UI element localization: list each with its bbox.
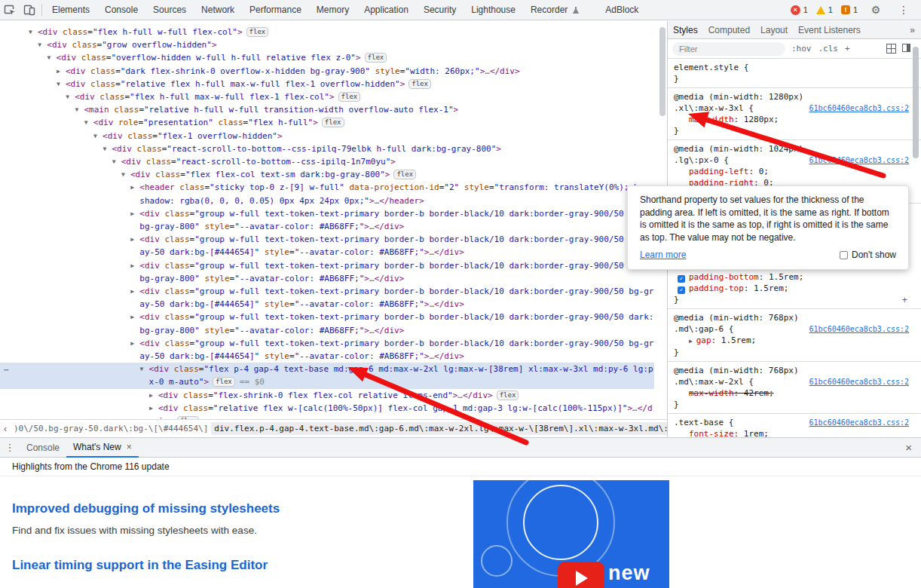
article-title[interactable]: Linear timing support in the Easing Edit… bbox=[12, 558, 449, 573]
dom-tree-row[interactable]: ▼<main class="relative h-full w-full tra… bbox=[0, 103, 654, 116]
dom-tree-row[interactable]: ▶<div class="group w-full text-token-tex… bbox=[0, 259, 654, 285]
dom-tree-row[interactable]: ▼<div class="flex flex-col text-sm dark:… bbox=[0, 168, 654, 181]
collapse-arrow-icon[interactable]: ▼ bbox=[66, 90, 75, 103]
styles-scrollbar[interactable] bbox=[913, 47, 919, 158]
stylesheet-link[interactable]: 61bc60460eca8cb3.css:2 bbox=[809, 323, 909, 335]
error-badge[interactable]: 1 bbox=[791, 5, 808, 15]
css-declaration[interactable]: padding-top: 1.5rem; bbox=[674, 283, 921, 294]
collapse-arrow-icon[interactable]: ▼ bbox=[140, 363, 149, 375]
flex-badge[interactable]: flex bbox=[246, 27, 269, 37]
css-declaration[interactable]: padding-left: 0; bbox=[674, 166, 921, 177]
drawer-tab-what-s-new[interactable]: What's New× bbox=[66, 438, 139, 458]
collapse-arrow-icon[interactable]: ▼ bbox=[57, 78, 66, 90]
flex-badge[interactable]: flex bbox=[393, 170, 416, 179]
devtools-tab-network[interactable]: Network bbox=[194, 0, 242, 20]
dom-tree-row[interactable]: ▶<div class="group w-full text-token-tex… bbox=[0, 233, 654, 259]
property-checkbox-checked[interactable] bbox=[678, 275, 685, 283]
stylesheet-link[interactable]: 61bc60460eca8cb3.css:2 bbox=[809, 376, 909, 387]
dom-tree-row[interactable]: ▼<div class="overflow-hidden w-full h-fu… bbox=[0, 51, 654, 64]
issues-badge[interactable]: 1 bbox=[841, 5, 858, 14]
collapse-arrow-icon[interactable]: ▼ bbox=[121, 168, 130, 181]
video-thumbnail[interactable]: new bbox=[473, 480, 669, 588]
stylesheet-link[interactable]: 61bc60460eca8cb3.css:2 bbox=[809, 417, 909, 428]
elements-scrollbar[interactable] bbox=[659, 27, 666, 116]
device-toolbar-icon[interactable] bbox=[20, 0, 39, 20]
new-property-plus-icon[interactable]: + bbox=[901, 294, 907, 305]
learn-more-link[interactable]: Learn more bbox=[640, 249, 686, 262]
dom-tree-row[interactable]: ▼<div class="relative flex h-full max-w-… bbox=[0, 78, 654, 90]
settings-gear-icon[interactable]: ⚙ bbox=[866, 0, 886, 20]
flex-badge[interactable]: flex bbox=[213, 377, 235, 387]
flex-badge[interactable]: flex bbox=[365, 53, 387, 63]
css-declaration[interactable]: padding-bottom: 1.5rem; bbox=[674, 271, 921, 283]
grid-overlay-icon[interactable] bbox=[886, 44, 896, 54]
dom-tree-row[interactable]: ▼<div role="presentation" class="flex h-… bbox=[0, 116, 654, 129]
drawer-menu-icon[interactable]: ⋮ bbox=[0, 442, 20, 453]
devtools-tab-lighthouse[interactable]: Lighthouse bbox=[464, 0, 523, 20]
dom-tree-row[interactable]: ▼<div class="flex h-full max-w-full flex… bbox=[0, 90, 654, 103]
dom-tree-row[interactable]: ▶<div class="flex-shrink-0 flex flex-col… bbox=[0, 389, 654, 402]
dom-tree-row[interactable]: ▶<div class="relative flex w-[calc(100%-… bbox=[0, 402, 654, 419]
article-title[interactable]: Improved debugging of missing stylesheet… bbox=[12, 501, 449, 516]
dom-tree-row[interactable]: ▶<header class="sticky top-0 z-[9] w-ful… bbox=[0, 181, 654, 207]
collapse-arrow-icon[interactable]: ▼ bbox=[75, 103, 84, 116]
property-checkbox-checked[interactable] bbox=[678, 286, 685, 294]
collapse-arrow-icon[interactable]: ▼ bbox=[112, 155, 121, 168]
devtools-tab-adblock[interactable]: AdBlock bbox=[598, 0, 646, 20]
sidebar-tab-styles[interactable]: Styles bbox=[668, 25, 703, 35]
dom-tree-row[interactable]: ▶<div class="group w-full text-token-tex… bbox=[0, 311, 654, 336]
devtools-tab-security[interactable]: Security bbox=[416, 0, 464, 20]
ellipsis-expand[interactable]: … bbox=[632, 403, 638, 413]
expand-arrow-icon[interactable]: ▶ bbox=[57, 65, 66, 78]
computed-panel-icon[interactable] bbox=[902, 44, 910, 52]
collapse-arrow-icon[interactable]: ▼ bbox=[47, 51, 57, 64]
expand-arrow-icon[interactable]: ▶ bbox=[130, 311, 139, 323]
dom-tree-row[interactable]: ▼<div class="flex-1 overflow-hidden"> bbox=[0, 130, 654, 142]
collapse-arrow-icon[interactable]: ▼ bbox=[29, 26, 38, 38]
ellipsis-expand[interactable]: … bbox=[457, 390, 463, 400]
dom-tree-row[interactable]: ▶<div class="group w-full text-token-tex… bbox=[0, 285, 654, 311]
dont-show-checkbox[interactable] bbox=[840, 251, 848, 259]
devtools-tab-console[interactable]: Console bbox=[97, 0, 145, 20]
expand-arrow-icon[interactable]: ▶ bbox=[149, 389, 158, 402]
sidebar-tab-layout[interactable]: Layout bbox=[755, 25, 793, 35]
css-declaration[interactable]: max-width: 1280px; bbox=[674, 114, 921, 125]
styles-button-cls[interactable]: .cls bbox=[818, 44, 839, 54]
ellipsis-expand[interactable]: … bbox=[485, 66, 490, 76]
dom-tree-row[interactable]: ▼<div class="flex p-4 gap-4 text-base md… bbox=[0, 363, 654, 388]
sidebar-tab-event-listeners[interactable]: Event Listeners bbox=[793, 25, 866, 35]
collapse-arrow-icon[interactable]: ▼ bbox=[38, 38, 47, 51]
styles-button-hov[interactable]: :hov bbox=[791, 44, 812, 54]
drawer-close-icon[interactable]: × bbox=[905, 441, 912, 454]
devtools-tab-sources[interactable]: Sources bbox=[145, 0, 194, 20]
dom-tree-row[interactable]: ▶<div class="group w-full text-token-tex… bbox=[0, 337, 654, 363]
flex-badge[interactable]: flex bbox=[497, 390, 519, 400]
css-declaration[interactable]: ▶ gap: 1.5rem; bbox=[674, 335, 921, 347]
devtools-tab-recorder[interactable]: Recorder bbox=[523, 0, 587, 20]
expand-arrow-icon[interactable]: ▶ bbox=[130, 181, 139, 194]
expand-arrow-icon[interactable]: ▶ bbox=[130, 337, 139, 350]
stylesheet-link[interactable]: 61bc60460eca8cb3.css:2 bbox=[809, 103, 909, 114]
ellipsis-expand[interactable]: … bbox=[369, 326, 375, 335]
breadcrumb-item[interactable]: )0\/50.bg-gray-50.dark\:bg-\[\#444654\] bbox=[11, 422, 211, 435]
devtools-tab-memory[interactable]: Memory bbox=[309, 0, 356, 20]
dom-tree-row[interactable]: ▼<div class="react-scroll-to-bottom--css… bbox=[0, 142, 654, 155]
youtube-play-icon[interactable] bbox=[558, 562, 604, 588]
expand-arrow-icon[interactable]: ▶ bbox=[130, 285, 139, 298]
dom-tree-row[interactable]: ▼<div class="react-scroll-to-bottom--css… bbox=[0, 155, 654, 168]
breadcrumb-scroll-left-icon[interactable]: ‹ bbox=[0, 424, 11, 434]
devtools-tab-application[interactable]: Application bbox=[356, 0, 416, 20]
dont-show-option[interactable]: Don't show bbox=[840, 249, 896, 262]
flex-badge[interactable]: flex bbox=[338, 92, 361, 102]
flex-badge[interactable]: flex bbox=[322, 118, 344, 127]
css-declaration[interactable]: font-size: 1rem; bbox=[674, 428, 921, 437]
styles-button-[interactable]: + bbox=[845, 44, 850, 54]
more-options-icon[interactable]: ⋮ bbox=[894, 0, 913, 20]
styles-filter-input[interactable]: Filter bbox=[672, 42, 785, 56]
breadcrumb-item[interactable]: div.flex.p-4.gap-4.text-base.md\:gap-6.m… bbox=[211, 422, 668, 435]
dom-tree-row[interactable]: ▶<div class="group w-full text-token-tex… bbox=[0, 207, 654, 233]
expand-arrow-icon[interactable]: ▶ bbox=[130, 207, 139, 220]
row-more-icon[interactable]: ⋯ bbox=[4, 363, 9, 376]
css-declaration[interactable]: max-width: 42rem; bbox=[674, 387, 921, 399]
expand-arrow-icon[interactable]: ▶ bbox=[149, 402, 158, 415]
